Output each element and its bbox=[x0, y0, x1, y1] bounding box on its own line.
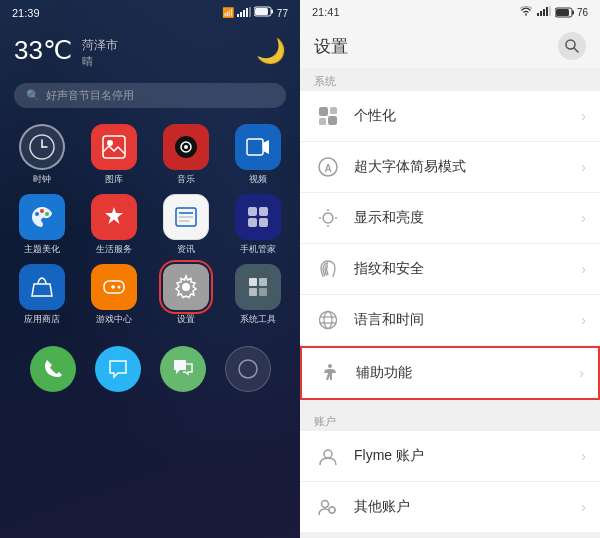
settings-item-personalize[interactable]: 个性化 › bbox=[300, 91, 600, 142]
other-account-label: 其他账户 bbox=[354, 498, 569, 516]
app-grid: 时钟 图库 音乐 视频 主题美化 bbox=[0, 116, 300, 334]
display-chevron: › bbox=[581, 210, 586, 226]
app-tools-label: 系统工具 bbox=[240, 313, 276, 326]
app-video-label: 视频 bbox=[249, 173, 267, 186]
settings-search-button[interactable] bbox=[558, 32, 586, 60]
fontmode-chevron: › bbox=[581, 159, 586, 175]
weather-location: 菏泽市 bbox=[82, 37, 118, 54]
fingerprint-label: 指纹和安全 bbox=[354, 260, 569, 278]
personalize-icon bbox=[314, 102, 342, 130]
weather-section: 33℃ 菏泽市 晴 🌙 bbox=[0, 25, 300, 75]
settings-item-display[interactable]: 显示和亮度 › bbox=[300, 193, 600, 244]
svg-rect-45 bbox=[556, 9, 569, 16]
other-account-icon bbox=[314, 493, 342, 521]
settings-item-flyme[interactable]: Flyme 账户 › bbox=[300, 431, 600, 482]
svg-point-15 bbox=[184, 145, 188, 149]
svg-point-12 bbox=[107, 140, 113, 146]
temperature: 33℃ bbox=[14, 35, 72, 66]
fontmode-label: 超大字体简易模式 bbox=[354, 158, 569, 176]
app-tools[interactable]: 系统工具 bbox=[226, 264, 290, 326]
battery-left: 77 bbox=[254, 6, 288, 19]
svg-rect-48 bbox=[319, 107, 328, 116]
game-icon bbox=[91, 264, 137, 310]
svg-point-32 bbox=[182, 283, 190, 291]
section-system: 系统 bbox=[300, 68, 600, 91]
store-icon bbox=[19, 264, 65, 310]
app-store[interactable]: 应用商店 bbox=[10, 264, 74, 326]
svg-rect-41 bbox=[546, 7, 548, 16]
svg-point-64 bbox=[324, 450, 332, 458]
settings-list: 系统 个性化 › A 超大字体简易模式 › 显示和亮度 › bbox=[300, 68, 600, 538]
svg-rect-7 bbox=[255, 8, 268, 15]
svg-point-17 bbox=[35, 212, 39, 216]
svg-rect-16 bbox=[247, 139, 263, 155]
settings-item-fingerprint[interactable]: 指纹和安全 › bbox=[300, 244, 600, 295]
svg-rect-42 bbox=[549, 6, 551, 16]
svg-rect-39 bbox=[540, 11, 542, 16]
weather-condition: 晴 bbox=[82, 54, 93, 69]
fontmode-icon: A bbox=[314, 153, 342, 181]
dock-circle[interactable] bbox=[225, 346, 271, 392]
dock-chat[interactable] bbox=[160, 346, 206, 392]
settings-item-fontmode[interactable]: A 超大字体简易模式 › bbox=[300, 142, 600, 193]
settings-header: 设置 bbox=[300, 24, 600, 68]
accessibility-chevron: › bbox=[579, 365, 584, 381]
app-news[interactable]: 资讯 bbox=[154, 194, 218, 256]
divider-accounts bbox=[300, 400, 600, 408]
svg-point-66 bbox=[329, 507, 335, 513]
time-right: 21:41 bbox=[312, 6, 340, 18]
weather-temp: 33℃ 菏泽市 晴 🌙 bbox=[14, 35, 286, 69]
news-icon bbox=[163, 194, 209, 240]
status-icons-left: 📶 77 bbox=[222, 6, 288, 19]
svg-line-47 bbox=[574, 48, 578, 52]
app-life[interactable]: 生活服务 bbox=[82, 194, 146, 256]
app-game[interactable]: 游戏中心 bbox=[82, 264, 146, 326]
svg-point-63 bbox=[328, 364, 332, 368]
settings-item-other-account[interactable]: 其他账户 › bbox=[300, 482, 600, 533]
left-panel: 21:39 📶 77 33℃ 菏泽市 晴 🌙 🔍 好声音节目名停用 bbox=[0, 0, 300, 538]
svg-rect-4 bbox=[249, 7, 251, 17]
app-manager[interactable]: 手机管家 bbox=[226, 194, 290, 256]
search-bar[interactable]: 🔍 好声音节目名停用 bbox=[14, 83, 286, 108]
gallery-icon bbox=[91, 124, 137, 170]
app-store-label: 应用商店 bbox=[24, 313, 60, 326]
moon-icon: 🌙 bbox=[256, 37, 286, 65]
app-theme[interactable]: 主题美化 bbox=[10, 194, 74, 256]
svg-rect-26 bbox=[248, 218, 257, 227]
search-icon-left: 🔍 bbox=[26, 89, 40, 102]
svg-point-37 bbox=[239, 360, 257, 378]
dock-sms[interactable] bbox=[95, 346, 141, 392]
accessibility-icon bbox=[316, 359, 344, 387]
app-news-label: 资讯 bbox=[177, 243, 195, 256]
flyme-chevron: › bbox=[581, 448, 586, 464]
battery-right: 76 bbox=[555, 7, 588, 18]
search-placeholder: 好声音节目名停用 bbox=[46, 88, 134, 103]
app-video[interactable]: 视频 bbox=[226, 124, 290, 186]
svg-rect-49 bbox=[330, 107, 337, 114]
svg-rect-25 bbox=[259, 207, 268, 216]
app-settings-label: 设置 bbox=[177, 313, 195, 326]
app-gallery[interactable]: 图库 bbox=[82, 124, 146, 186]
section-accounts: 账户 bbox=[300, 408, 600, 431]
app-settings[interactable]: 设置 bbox=[154, 264, 218, 326]
divider-devices bbox=[300, 533, 600, 538]
svg-rect-1 bbox=[240, 12, 242, 17]
right-panel: 21:41 76 设置 系统 个 bbox=[300, 0, 600, 538]
settings-item-language[interactable]: 语言和时间 › bbox=[300, 295, 600, 346]
personalize-label: 个性化 bbox=[354, 107, 569, 125]
app-clock[interactable]: 时钟 bbox=[10, 124, 74, 186]
life-icon bbox=[91, 194, 137, 240]
svg-rect-11 bbox=[103, 136, 125, 158]
manager-icon bbox=[235, 194, 281, 240]
flyme-icon bbox=[314, 442, 342, 470]
other-account-chevron: › bbox=[581, 499, 586, 515]
settings-item-accessibility[interactable]: 辅助功能 › bbox=[300, 346, 600, 400]
app-gallery-label: 图库 bbox=[105, 173, 123, 186]
display-label: 显示和亮度 bbox=[354, 209, 569, 227]
svg-point-19 bbox=[45, 212, 49, 216]
dock-phone[interactable] bbox=[30, 346, 76, 392]
personalize-chevron: › bbox=[581, 108, 586, 124]
language-icon bbox=[314, 306, 342, 334]
app-music[interactable]: 音乐 bbox=[154, 124, 218, 186]
clock-icon bbox=[19, 124, 65, 170]
